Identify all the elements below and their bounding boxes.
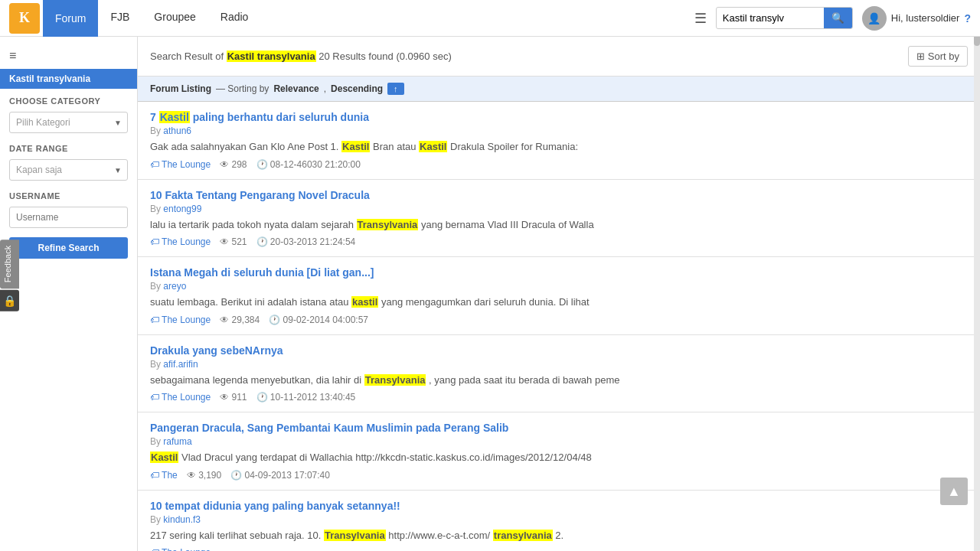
result-author[interactable]: rafuma [163,436,191,447]
result-views: 👁 521 [220,236,247,247]
result-date: 🕐 08-12-46030 21:20:00 [256,159,361,170]
search-button[interactable]: 🔍 [824,8,852,28]
nav-forum[interactable]: Forum [43,0,98,37]
result-by: By rafuma [150,436,968,447]
user-name-label: Hi, lustersoldier [891,12,960,24]
result-views: 👁 298 [220,159,247,170]
order-label: Descending [331,83,383,94]
result-views: 👁 911 [220,392,247,403]
result-meta: 🏷 The Lounge 👁 911 🕐 10-11-2012 13:40:45 [150,392,968,403]
table-row: 10 tempat didunia yang paling banyak set… [138,491,980,552]
user-area[interactable]: 👤 Hi, lustersoldier ? [862,6,971,31]
main-wrapper: ≡ Kastil transylvania CHOOSE CATEGORY Pi… [0,37,980,551]
scrollbar-track[interactable] [974,0,980,551]
result-date: 🕐 10-11-2012 13:40:45 [256,392,356,403]
desc-arrow-icon: ↑ [394,84,398,93]
logo-letter: K [19,10,30,26]
result-tag[interactable]: 🏷 The Lounge [150,236,211,247]
result-title[interactable]: 10 tempat didunia yang paling banyak set… [150,500,968,512]
result-title[interactable]: 7 Kastil paling berhantu dari seluruh du… [150,111,968,123]
result-tag[interactable]: 🏷 The Lounge [150,392,211,403]
result-by: By afif.arifin [150,359,968,370]
nav-fjb[interactable]: FJB [98,0,142,37]
result-meta: 🏷 The Lounge 👁 29,384 🕐 09-02-2014 04:00… [150,315,968,325]
relevance-label: Relevance [273,83,318,94]
result-meta: 🏷 The 👁 3,190 🕐 04-09-2013 17:07:40 [150,470,968,481]
table-row: Istana Megah di seluruh dunia [Di liat g… [138,257,980,335]
feedback-tab[interactable]: Feedback [0,240,19,289]
feedback-icon[interactable]: 🔒 [0,290,19,311]
result-date: 🕐 09-02-2014 04:00:57 [269,315,368,325]
username-input[interactable] [9,207,128,228]
result-views: 👁 3,190 [187,470,221,481]
result-tag[interactable]: 🏷 The [150,470,178,481]
search-count-num: 20 Results found [318,51,394,62]
result-snippet: 217 sering kali terlihat sebuah raja. 10… [150,528,968,543]
category-select[interactable]: Pilih Kategori All Categories [9,112,128,133]
sort-icon: ⊞ [916,51,925,62]
forum-listing-label: Forum Listing [150,83,211,94]
username-label: USERNAME [0,184,137,204]
sort-by-button[interactable]: ⊞ Sort by [908,46,968,67]
search-box: 🔍 [716,7,853,29]
table-row: 7 Kastil paling berhantu dari seluruh du… [138,102,980,180]
sidebar-search-label: Kastil transylvania [0,69,137,89]
date-select[interactable]: Kapan saja Today This week This month [9,159,128,181]
result-snippet: suatu lembaga. Berikut ini adalah istana… [150,295,968,310]
result-by: By entong99 [150,204,968,214]
nav-radio[interactable]: Radio [208,0,261,37]
result-date: 🕐 20-03-2013 21:24:54 [256,236,356,247]
back-to-top-button[interactable]: ▲ [940,478,968,505]
sorting-text: — Sorting by [216,83,269,94]
result-by: By areyo [150,281,968,292]
category-select-wrapper: Pilih Kategori All Categories ▼ [0,109,137,136]
result-tag[interactable]: 🏷 The Lounge [150,315,211,325]
help-icon[interactable]: ? [964,12,971,24]
search-time-val: (0.0960 sec) [396,51,451,62]
search-prefix: Search Result of [150,51,224,62]
kastil-highlight: Kastil [159,111,190,123]
search-input[interactable] [717,8,824,28]
logo[interactable]: K [9,3,40,34]
result-snippet: Kastil Vlad Dracul yang terdapat di Wall… [150,450,968,465]
result-date: 🕐 04-09-2013 17:07:40 [230,470,330,481]
date-select-wrapper: Kapan saja Today This week This month ▼ [0,156,137,184]
result-title[interactable]: 10 Fakta Tentang Pengarang Novel Dracula [150,189,968,201]
table-row: 10 Fakta Tentang Pengarang Novel Dracula… [138,180,980,258]
result-views: 👁 29,384 [220,315,260,325]
content: Search Result of Kastil transylvania 20 … [138,37,980,551]
choose-category-label: CHOOSE CATEGORY [0,89,137,109]
table-row: Drakula yang sebeNArnya By afif.arifin s… [138,335,980,413]
result-title[interactable]: Istana Megah di seluruh dunia [Di liat g… [150,266,968,279]
feedback-sidebar: Feedback 🔒 [0,240,19,311]
search-result-header: Search Result of Kastil transylvania 20 … [138,37,980,77]
result-author[interactable]: kindun.f3 [163,514,201,525]
refine-search-button[interactable]: Refine Search [9,237,128,259]
result-by: By athun6 [150,126,968,136]
forum-listing-bar: Forum Listing — Sorting by Relevance , D… [138,77,980,102]
descending-toggle-button[interactable]: ↑ [387,83,404,95]
avatar-img: 👤 [867,12,880,24]
result-author[interactable]: areyo [163,281,186,292]
result-title-link[interactable]: Drakula yang sebeNArnya [150,344,283,357]
comma-sep: , [324,83,326,94]
search-icon: 🔍 [831,12,844,24]
result-meta: 🏷 The Lounge [150,547,968,551]
table-row: Pangeran Dracula, Sang Pembantai Kaum Mu… [138,412,980,491]
avatar: 👤 [862,6,887,31]
search-result-text: Search Result of Kastil transylvania 20 … [150,51,452,62]
result-author[interactable]: athun6 [163,126,191,136]
sort-by-label: Sort by [928,51,959,62]
result-tag[interactable]: 🏷 The Lounge [150,159,211,170]
hamburger-icon[interactable]: ☰ [685,10,716,27]
date-range-label: DATE RANGE [0,136,137,156]
result-title[interactable]: Drakula yang sebeNArnya [150,344,968,357]
result-title[interactable]: Pangeran Dracula, Sang Pembantai Kaum Mu… [150,422,968,434]
results-list: 7 Kastil paling berhantu dari seluruh du… [138,102,980,551]
result-meta: 🏷 The Lounge 👁 298 🕐 08-12-46030 21:20:0… [150,159,968,170]
result-author[interactable]: entong99 [163,204,201,214]
nav-groupee[interactable]: Groupee [142,0,207,37]
result-tag[interactable]: 🏷 The Lounge [150,547,211,551]
result-author[interactable]: afif.arifin [163,359,198,370]
sidebar-toggle[interactable]: ≡ [0,43,137,69]
